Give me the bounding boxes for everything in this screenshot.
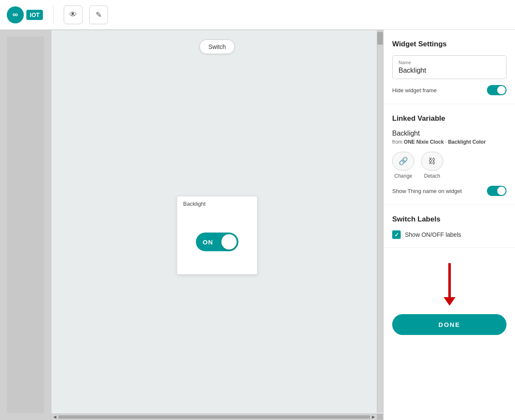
- linked-variable-title: Linked Variable: [392, 114, 507, 123]
- switch-labels-section: Switch Labels ✓ Show ON/OFF labels: [384, 205, 515, 248]
- show-thing-name-knob: [497, 187, 506, 195]
- canvas-scrollbar-vertical[interactable]: [377, 30, 383, 413]
- linked-var-from: from ONE Nixie Clock · Backlight Color: [392, 139, 507, 145]
- sidebar-inner: [7, 37, 44, 413]
- hide-widget-frame-knob: [497, 86, 506, 94]
- linked-var-buttons: 🔗 Change ⛓ Detach: [392, 152, 507, 179]
- linked-var-name: Backlight: [392, 130, 507, 137]
- red-arrow-head: [444, 297, 456, 306]
- iot-badge: IOT: [26, 10, 43, 20]
- scroll-thumb-vertical[interactable]: [377, 32, 383, 45]
- detach-label: Detach: [424, 173, 440, 179]
- done-area: DONE: [384, 248, 515, 343]
- widget-card-title: Backlight: [177, 196, 257, 210]
- widget-settings-title: Widget Settings: [392, 40, 507, 48]
- detach-icon: ⛓: [428, 157, 436, 166]
- show-labels-checkbox[interactable]: ✓: [392, 230, 401, 239]
- toggle-on-label: ON: [203, 238, 213, 246]
- detach-button-group: ⛓ Detach: [421, 152, 443, 179]
- toggle-switch[interactable]: ON: [196, 233, 238, 251]
- show-thing-name-toggle[interactable]: [487, 186, 507, 196]
- main-content: Switch Backlight ON ◀ ▶: [0, 30, 515, 420]
- from-text: from: [392, 139, 404, 145]
- thing-property: Backlight Color: [448, 139, 486, 145]
- linked-variable-section: Linked Variable Backlight from ONE Nixie…: [384, 104, 515, 205]
- widget-card: Backlight ON: [177, 196, 258, 275]
- change-label: Change: [394, 173, 412, 179]
- switch-labels-title: Switch Labels: [392, 215, 507, 224]
- red-arrow: [444, 263, 456, 306]
- left-sidebar: [0, 30, 51, 420]
- logo-icon: ∞: [7, 6, 24, 23]
- name-field-container[interactable]: Name Backlight: [392, 55, 507, 79]
- show-thing-name-label: Show Thing name on widget: [392, 188, 462, 194]
- name-field-value[interactable]: Backlight: [399, 67, 500, 74]
- arduino-logo: ∞ IOT: [7, 6, 43, 23]
- scroll-arrow-right[interactable]: ▶: [372, 414, 375, 419]
- red-arrow-container: [392, 256, 507, 306]
- chain-icon: 🔗: [399, 156, 408, 166]
- scroll-arrow-left[interactable]: ◀: [53, 414, 57, 419]
- change-button[interactable]: 🔗: [392, 152, 414, 170]
- widget-card-body: ON: [177, 210, 257, 274]
- checkmark-icon: ✓: [394, 232, 399, 238]
- thing-name: ONE Nixie Clock: [404, 139, 444, 145]
- name-field-label: Name: [399, 60, 500, 65]
- hide-widget-frame-label: Hide widget frame: [392, 87, 437, 94]
- switch-label-pill: Switch: [199, 40, 235, 54]
- detach-button[interactable]: ⛓: [421, 152, 443, 170]
- scroll-thumb-horizontal[interactable]: [58, 415, 370, 419]
- toolbar-separator: [53, 6, 54, 23]
- hide-widget-frame-toggle[interactable]: [487, 85, 507, 95]
- edit-button[interactable]: ✎: [89, 6, 108, 24]
- scroll-corner: [377, 414, 383, 420]
- eye-icon: 👁: [69, 10, 77, 19]
- show-labels-text: Show ON/OFF labels: [405, 231, 461, 238]
- hide-widget-frame-row: Hide widget frame: [392, 85, 507, 95]
- canvas-scrollbar-horizontal[interactable]: ◀ ▶: [51, 414, 377, 420]
- right-panel: Widget Settings Name Backlight Hide widg…: [383, 30, 515, 420]
- top-bar: ∞ IOT 👁 ✎: [0, 0, 515, 30]
- widget-settings-section: Widget Settings Name Backlight Hide widg…: [384, 30, 515, 104]
- toggle-knob: [221, 234, 237, 250]
- change-button-group: 🔗 Change: [392, 152, 414, 179]
- canvas-area[interactable]: Switch Backlight ON ◀ ▶: [51, 30, 383, 420]
- switch-label-container: Switch: [199, 40, 235, 54]
- show-thing-name-row: Show Thing name on widget: [392, 186, 507, 196]
- edit-icon: ✎: [96, 10, 102, 20]
- eye-button[interactable]: 👁: [64, 6, 82, 24]
- done-button[interactable]: DONE: [392, 314, 507, 335]
- red-arrow-shaft: [448, 263, 451, 297]
- show-labels-row: ✓ Show ON/OFF labels: [392, 230, 507, 239]
